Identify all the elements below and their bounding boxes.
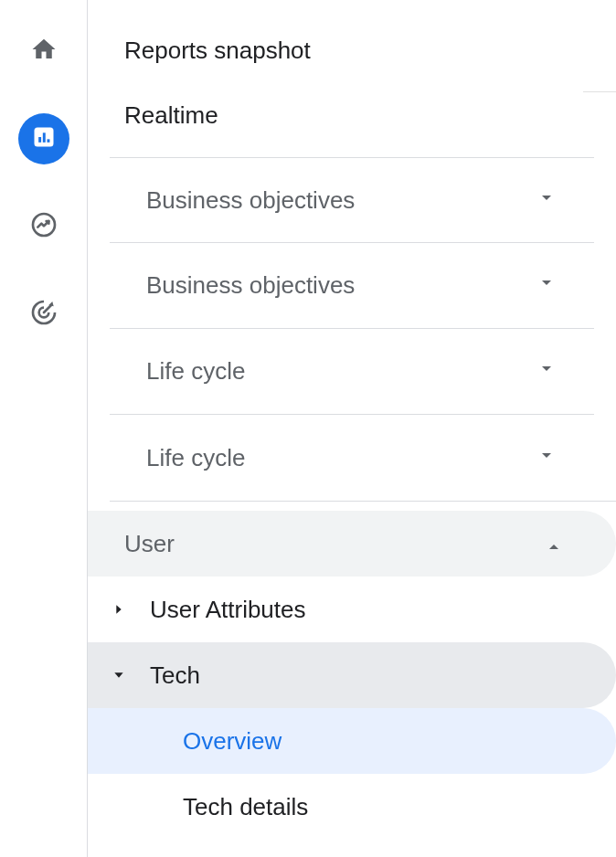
realtime-link[interactable]: Realtime — [88, 83, 616, 148]
target-icon — [29, 298, 58, 331]
rail-explore[interactable] — [18, 201, 69, 252]
leaf-overview[interactable]: Overview — [88, 708, 616, 774]
section-label: Business objectives — [146, 271, 355, 300]
sub-label: Tech — [150, 661, 200, 690]
section-business-objectives-2[interactable]: Business objectives — [110, 243, 594, 329]
section-business-objectives-1[interactable]: Business objectives — [110, 157, 594, 243]
section-label: Business objectives — [146, 186, 355, 215]
svg-rect-1 — [38, 137, 41, 143]
chevron-up-icon — [543, 530, 565, 558]
svg-rect-2 — [42, 132, 45, 143]
chevron-down-icon — [536, 186, 558, 215]
caret-right-icon — [110, 602, 128, 617]
section-label: User — [124, 530, 175, 558]
chevron-down-icon — [536, 357, 558, 386]
sub-label: User Attributes — [150, 596, 306, 624]
section-user[interactable]: User — [88, 511, 616, 577]
reports-panel: Reports snapshot Realtime Business objec… — [88, 0, 616, 857]
section-label: Life cycle — [146, 357, 245, 386]
reports-snapshot-link[interactable]: Reports snapshot — [88, 18, 616, 83]
sub-tech[interactable]: Tech — [88, 642, 616, 708]
chevron-down-icon — [536, 271, 558, 300]
section-life-cycle-1[interactable]: Life cycle — [110, 329, 594, 415]
section-label: Life cycle — [146, 444, 245, 472]
chevron-down-icon — [536, 444, 558, 472]
caret-down-icon — [110, 668, 128, 682]
trend-icon — [29, 210, 58, 243]
rail-advertising[interactable] — [18, 289, 69, 340]
sub-user-attributes[interactable]: User Attributes — [88, 577, 616, 642]
leaf-tech-details[interactable]: Tech details — [88, 774, 616, 840]
leaf-label: Overview — [183, 727, 281, 756]
home-icon — [30, 36, 58, 67]
leaf-label: Tech details — [183, 793, 308, 821]
chart-icon — [31, 124, 57, 153]
svg-rect-3 — [47, 139, 49, 143]
rail-home[interactable] — [18, 26, 69, 77]
section-life-cycle-2[interactable]: Life cycle — [110, 415, 594, 501]
panel-edge — [583, 91, 616, 146]
rail-reports[interactable] — [18, 113, 69, 164]
nav-rail — [0, 0, 88, 857]
